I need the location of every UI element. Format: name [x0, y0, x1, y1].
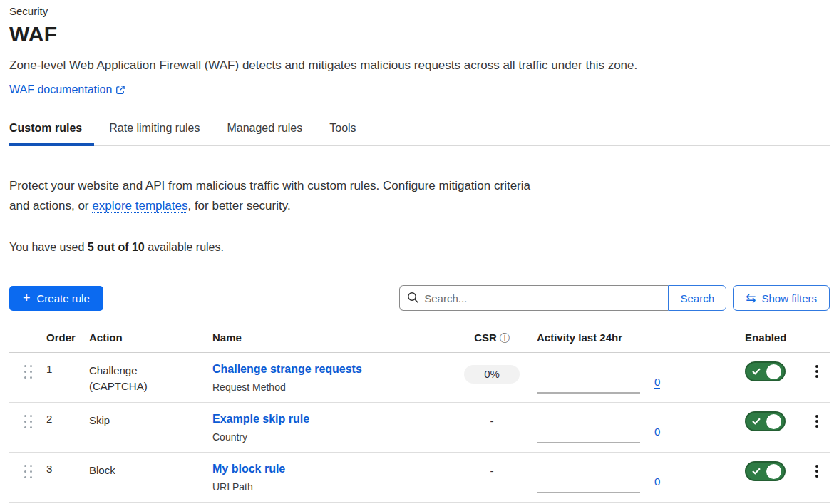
doc-link-row: WAF documentation: [9, 83, 830, 98]
row-enabled-cell: [745, 403, 803, 452]
row-activity-cell: 0: [524, 453, 715, 502]
header-handle-spacer: [9, 331, 46, 352]
table-header-row: Order Action Name CSRⓘ Activity last 24h…: [9, 331, 830, 353]
csr-value: 0%: [464, 365, 520, 384]
show-filters-button[interactable]: ⇆ Show filters: [733, 285, 830, 311]
custom-rules-table: Order Action Name CSRⓘ Activity last 24h…: [9, 331, 830, 503]
header-action: Action: [89, 331, 212, 352]
header-order: Order: [46, 331, 89, 352]
row-menu-cell: [803, 453, 830, 502]
row-name-cell: My block rule URI Path: [212, 453, 460, 502]
row-spacer: [715, 453, 745, 502]
show-filters-label: Show filters: [761, 292, 817, 304]
info-icon[interactable]: ⓘ: [500, 332, 510, 344]
row-menu-cell: [803, 403, 830, 452]
drag-handle[interactable]: [9, 403, 46, 452]
rule-field: Request Method: [212, 381, 460, 393]
header-csr-label: CSR: [474, 331, 497, 344]
tab-bar: Custom rules Rate limiting rules Managed…: [9, 122, 830, 146]
rule-name-link[interactable]: Challenge strange requests: [212, 363, 362, 375]
tab-managed-rules[interactable]: Managed rules: [227, 122, 302, 145]
waf-documentation-link[interactable]: WAF documentation: [9, 83, 112, 96]
rule-field: Country: [212, 431, 460, 443]
rule-name-link[interactable]: Example skip rule: [212, 413, 309, 425]
row-name-cell: Example skip rule Country: [212, 403, 460, 452]
drag-handle[interactable]: [9, 353, 46, 402]
row-spacer: [715, 403, 745, 452]
swap-arrows-icon: ⇆: [746, 292, 756, 304]
check-icon: [752, 368, 761, 375]
kebab-menu-icon[interactable]: [814, 413, 820, 452]
table-row: 2 Skip Example skip rule Country - 0: [9, 403, 830, 453]
row-enabled-cell: [745, 353, 803, 402]
header-enabled: Enabled: [745, 331, 803, 352]
row-action: Skip: [89, 403, 175, 452]
row-order: 3: [46, 453, 89, 502]
rules-toolbar: + Create rule Search ⇆ Show filters: [9, 285, 830, 311]
kebab-menu-icon[interactable]: [814, 463, 820, 502]
enabled-toggle[interactable]: [745, 461, 786, 481]
row-enabled-cell: [745, 453, 803, 502]
search-icon: [407, 292, 419, 307]
intro-text-after: , for better security.: [187, 199, 290, 212]
tab-rate-limiting-rules[interactable]: Rate limiting rules: [109, 122, 200, 145]
search-group: Search: [399, 285, 726, 311]
create-rule-button[interactable]: + Create rule: [9, 286, 103, 311]
row-order: 1: [46, 353, 89, 402]
usage-summary: You have used 5 out of 10 available rule…: [9, 241, 830, 254]
rule-name-link[interactable]: My block rule: [212, 463, 285, 475]
waf-page: Security WAF Zone-level Web Application …: [0, 0, 839, 503]
toggle-knob: [766, 414, 781, 429]
usage-count: 5 out of 10: [88, 241, 145, 253]
row-csr-cell: 0%: [460, 353, 524, 402]
check-icon: [752, 468, 761, 475]
row-activity-cell: 0: [524, 403, 715, 452]
tab-tools[interactable]: Tools: [329, 122, 356, 145]
rule-field: URI Path: [212, 481, 460, 493]
search-input[interactable]: [399, 285, 668, 311]
row-spacer: [715, 353, 745, 402]
toggle-knob: [766, 464, 781, 479]
page-title: WAF: [9, 22, 830, 46]
kebab-menu-icon[interactable]: [814, 364, 820, 402]
csr-value: -: [490, 415, 494, 427]
page-description: Zone-level Web Application Firewall (WAF…: [9, 58, 830, 73]
explore-templates-link[interactable]: explore templates: [92, 199, 187, 213]
rules-table-body: 1 Challenge (CAPTCHA) Challenge strange …: [9, 353, 830, 503]
row-action: Block: [89, 453, 175, 502]
external-link-icon: [115, 85, 125, 98]
table-row: 3 Block My block rule URI Path - 0: [9, 453, 830, 503]
drag-dots-icon: [24, 415, 32, 428]
header-name: Name: [212, 331, 460, 352]
activity-count-link[interactable]: 0: [654, 426, 660, 438]
intro-paragraph: Protect your website and API from malici…: [9, 176, 540, 216]
enabled-toggle[interactable]: [745, 411, 786, 431]
table-row: 1 Challenge (CAPTCHA) Challenge strange …: [9, 353, 830, 403]
header-menu-spacer: [803, 331, 830, 352]
plus-icon: +: [23, 292, 31, 304]
activity-sparkline: [537, 392, 640, 394]
toolbar-right: Search ⇆ Show filters: [399, 285, 830, 311]
row-menu-cell: [803, 353, 830, 402]
usage-suffix: available rules.: [145, 241, 224, 253]
drag-dots-icon: [24, 465, 32, 478]
csr-value: -: [490, 465, 494, 477]
row-order: 2: [46, 403, 89, 452]
row-name-cell: Challenge strange requests Request Metho…: [212, 353, 460, 402]
activity-count-link[interactable]: 0: [654, 376, 660, 389]
tab-custom-rules[interactable]: Custom rules: [9, 122, 94, 145]
header-csr: CSRⓘ: [460, 331, 524, 352]
row-action: Challenge (CAPTCHA): [89, 353, 175, 402]
drag-dots-icon: [24, 365, 32, 379]
drag-handle[interactable]: [9, 453, 46, 502]
toggle-knob: [766, 364, 781, 379]
breadcrumb-security: Security: [9, 0, 830, 17]
row-csr-cell: -: [460, 403, 524, 452]
activity-count-link[interactable]: 0: [654, 475, 660, 488]
header-spacer: [715, 331, 745, 352]
header-activity: Activity last 24hr: [524, 331, 715, 352]
enabled-toggle[interactable]: [745, 361, 786, 381]
check-icon: [752, 418, 761, 425]
search-button[interactable]: Search: [668, 285, 726, 311]
row-activity-cell: 0: [524, 353, 715, 402]
